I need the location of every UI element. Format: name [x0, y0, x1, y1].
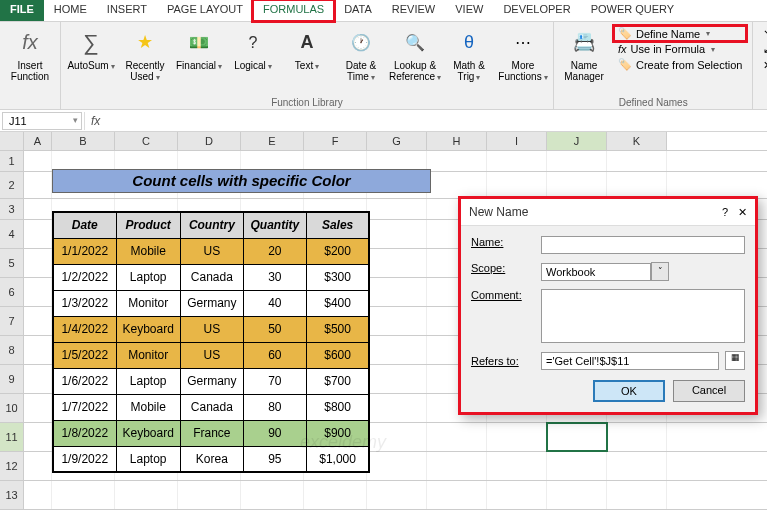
col-header-J[interactable]: J [547, 132, 607, 150]
refers-to-input[interactable] [541, 352, 719, 370]
recently-used-button[interactable]: ★ Recently Used▾ [119, 24, 171, 92]
insert-function-button[interactable]: fx Insert Function [4, 24, 56, 92]
cell-C1[interactable] [115, 151, 178, 171]
trace-precedents-button[interactable]: ↘Trac [759, 26, 767, 41]
cell-I13[interactable] [487, 481, 547, 509]
date-time-button[interactable]: 🕐 Date & Time▾ [335, 24, 387, 92]
row-header-7[interactable]: 7 [0, 307, 24, 335]
row-header-8[interactable]: 8 [0, 336, 24, 364]
cell-A1[interactable] [24, 151, 52, 171]
cell-K2[interactable] [607, 172, 667, 198]
col-header-C[interactable]: C [115, 132, 178, 150]
formula-input[interactable] [106, 113, 767, 129]
cell-F13[interactable] [304, 481, 367, 509]
tab-file[interactable]: FILE [0, 0, 44, 21]
cell-H11[interactable] [427, 423, 487, 451]
cell-G5[interactable] [367, 249, 427, 277]
cell-H12[interactable] [427, 452, 487, 480]
tab-data[interactable]: DATA [334, 0, 382, 21]
cell-A9[interactable] [24, 365, 52, 393]
cell-G11[interactable] [367, 423, 427, 451]
cell-G12[interactable] [367, 452, 427, 480]
math-trig-button[interactable]: θ Math & Trig▾ [443, 24, 495, 92]
select-all-corner[interactable] [0, 132, 24, 150]
row-header-13[interactable]: 13 [0, 481, 24, 509]
cell-I1[interactable] [487, 151, 547, 171]
cell-J11[interactable] [547, 423, 607, 451]
cell-F1[interactable] [304, 151, 367, 171]
create-from-selection-button[interactable]: 🏷️ Create from Selection [614, 57, 746, 72]
row-header-3[interactable]: 3 [0, 199, 24, 219]
cell-G8[interactable] [367, 336, 427, 364]
logical-button[interactable]: ? Logical▾ [227, 24, 279, 92]
row-header-11[interactable]: 11 [0, 423, 24, 451]
row-header-5[interactable]: 5 [0, 249, 24, 277]
cell-G7[interactable] [367, 307, 427, 335]
cell-G6[interactable] [367, 278, 427, 306]
cell-A6[interactable] [24, 278, 52, 306]
cell-C13[interactable] [115, 481, 178, 509]
cell-G4[interactable] [367, 220, 427, 248]
more-functions-button[interactable]: ⋯ More Functions▾ [497, 24, 549, 92]
cell-G1[interactable] [367, 151, 427, 171]
cell-K13[interactable] [607, 481, 667, 509]
cell-K1[interactable] [607, 151, 667, 171]
scope-dropdown-button[interactable]: ˅ [651, 262, 669, 281]
cell-I2[interactable] [487, 172, 547, 198]
cell-I11[interactable] [487, 423, 547, 451]
fx-button[interactable]: fx [85, 114, 106, 128]
tab-home[interactable]: HOME [44, 0, 97, 21]
lookup-reference-button[interactable]: 🔍 Lookup & Reference▾ [389, 24, 441, 92]
define-name-button[interactable]: 🏷️ Define Name▾ [614, 26, 746, 41]
row-header-9[interactable]: 9 [0, 365, 24, 393]
cell-A7[interactable] [24, 307, 52, 335]
cell-K12[interactable] [607, 452, 667, 480]
use-in-formula-button[interactable]: fx Use in Formula▾ [614, 42, 746, 56]
cell-D1[interactable] [178, 151, 241, 171]
row-header-10[interactable]: 10 [0, 394, 24, 422]
row-header-1[interactable]: 1 [0, 151, 24, 171]
dialog-close-button[interactable]: ✕ [738, 206, 747, 219]
cell-A2[interactable] [24, 172, 52, 198]
dialog-help-button[interactable]: ? [722, 206, 728, 219]
cell-E1[interactable] [241, 151, 304, 171]
tab-developer[interactable]: DEVELOPER [493, 0, 580, 21]
col-header-I[interactable]: I [487, 132, 547, 150]
col-header-H[interactable]: H [427, 132, 487, 150]
text-button[interactable]: A Text▾ [281, 24, 333, 92]
cell-A11[interactable] [24, 423, 52, 451]
tab-page-layout[interactable]: PAGE LAYOUT [157, 0, 253, 21]
col-header-K[interactable]: K [607, 132, 667, 150]
col-header-E[interactable]: E [241, 132, 304, 150]
cell-I12[interactable] [487, 452, 547, 480]
cell-H2[interactable] [427, 172, 487, 198]
name-input[interactable] [541, 236, 745, 254]
tab-power-query[interactable]: POWER QUERY [581, 0, 685, 21]
cell-H1[interactable] [427, 151, 487, 171]
row-header-2[interactable]: 2 [0, 172, 24, 198]
cell-J13[interactable] [547, 481, 607, 509]
cell-J1[interactable] [547, 151, 607, 171]
col-header-F[interactable]: F [304, 132, 367, 150]
cancel-button[interactable]: Cancel [673, 380, 745, 402]
cell-G10[interactable] [367, 394, 427, 422]
tab-view[interactable]: VIEW [445, 0, 493, 21]
cell-A8[interactable] [24, 336, 52, 364]
range-picker-button[interactable]: ▦ [725, 351, 745, 370]
cell-A13[interactable] [24, 481, 52, 509]
col-header-A[interactable]: A [24, 132, 52, 150]
remove-arrows-button[interactable]: ✕Ren [759, 58, 767, 73]
trace-dependents-button[interactable]: ↙Trac [759, 42, 767, 57]
cell-G13[interactable] [367, 481, 427, 509]
ok-button[interactable]: OK [593, 380, 665, 402]
cell-B1[interactable] [52, 151, 115, 171]
cell-A5[interactable] [24, 249, 52, 277]
cell-G3[interactable] [367, 199, 427, 219]
row-header-4[interactable]: 4 [0, 220, 24, 248]
tab-formulas[interactable]: FORMULAS [253, 0, 334, 21]
financial-button[interactable]: 💵 Financial▾ [173, 24, 225, 92]
cell-J12[interactable] [547, 452, 607, 480]
cell-A3[interactable] [24, 199, 52, 219]
scope-select[interactable]: Workbook [541, 263, 651, 281]
name-manager-button[interactable]: 📇 Name Manager [558, 24, 610, 92]
